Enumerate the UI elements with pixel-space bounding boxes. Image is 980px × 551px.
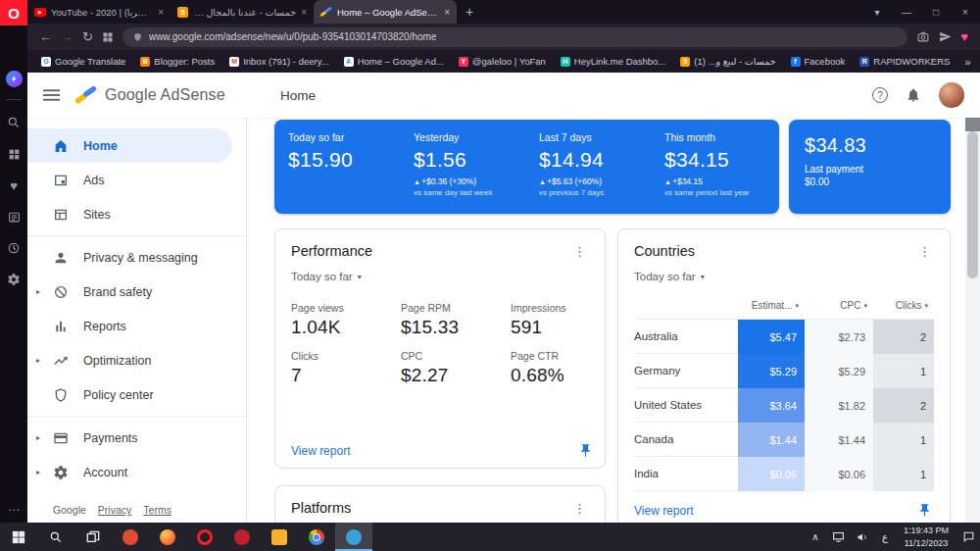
date-range-dropdown[interactable]: Today so far ▾ bbox=[291, 271, 362, 282]
sidebar-item-privacy-messaging[interactable]: Privacy & messaging bbox=[27, 240, 246, 275]
opera-icon[interactable] bbox=[186, 523, 223, 551]
app-icon[interactable] bbox=[223, 523, 261, 551]
browser-tab-adsense-active[interactable]: Home – Google AdSense × bbox=[314, 0, 457, 24]
close-window-button[interactable]: × bbox=[951, 0, 980, 24]
privacy-link[interactable]: Privacy bbox=[98, 504, 131, 516]
active-app-icon[interactable] bbox=[335, 523, 372, 551]
site-badge-icon[interactable] bbox=[132, 31, 143, 43]
taskbar-clock[interactable]: 1:19:43 PM 11/12/2023 bbox=[896, 523, 956, 551]
hamburger-menu-icon[interactable] bbox=[43, 89, 60, 101]
browser-tab-youtube[interactable]: ▶ YouTube - 2020 | (حصريا) ي × bbox=[27, 0, 171, 24]
bookmark-blogger[interactable]: BBlogger: Posts bbox=[140, 56, 215, 67]
sidebar-item-sites[interactable]: Sites bbox=[27, 197, 246, 231]
tab-menu-icon[interactable]: ▾ bbox=[862, 0, 892, 24]
personal-news-icon[interactable] bbox=[5, 208, 23, 225]
terms-link[interactable]: Terms bbox=[143, 504, 172, 516]
start-button[interactable] bbox=[0, 523, 37, 551]
pin-icon[interactable] bbox=[578, 443, 593, 458]
view-report-link[interactable]: View report bbox=[634, 504, 693, 518]
scroll-up-button[interactable] bbox=[965, 118, 980, 131]
card-title: Platforms bbox=[291, 500, 351, 516]
url-bar[interactable]: www.google.com/adsense/new/u/0/pub-93541… bbox=[122, 27, 907, 47]
kebab-menu-icon[interactable]: ⋮ bbox=[915, 244, 934, 259]
files-app-icon[interactable] bbox=[261, 523, 298, 551]
kebab-menu-icon[interactable]: ⋮ bbox=[570, 244, 589, 259]
sidebar-item-reports[interactable]: Reports bbox=[27, 309, 246, 343]
forward-icon[interactable]: → bbox=[61, 29, 74, 44]
maximize-button[interactable]: □ bbox=[921, 0, 951, 24]
stat-yesterday: Yesterday $1.56 ▲+$0.36 (+30%) vs same d… bbox=[400, 131, 525, 202]
action-center-icon[interactable] bbox=[956, 523, 980, 551]
help-icon[interactable]: ? bbox=[872, 87, 888, 103]
sidebar-item-policy-center[interactable]: Policy center bbox=[27, 377, 246, 412]
bookmark-rapidworkers[interactable]: RRAPIDWORKERS bbox=[859, 56, 950, 67]
speed-dial-icon[interactable] bbox=[5, 145, 23, 163]
sidebar-item-payments[interactable]: ▸ Payments bbox=[27, 421, 246, 455]
page-scrollbar[interactable] bbox=[965, 118, 980, 523]
sidebar-item-brand-safety[interactable]: ▸ Brand safety bbox=[27, 275, 246, 309]
column-estimated-earnings[interactable]: Estimat...▾ bbox=[738, 300, 805, 311]
stat-value: $34.15 bbox=[664, 148, 776, 172]
sidebar-divider bbox=[27, 235, 246, 236]
avatar[interactable] bbox=[939, 82, 964, 108]
close-tab-icon[interactable]: × bbox=[158, 7, 164, 18]
messenger-icon[interactable] bbox=[6, 71, 23, 87]
bookmarks-heart-icon[interactable]: ♥ bbox=[5, 176, 23, 194]
column-clicks[interactable]: Clicks▾ bbox=[873, 300, 934, 311]
opera-menu-button[interactable]: O bbox=[0, 0, 27, 25]
hidden-icons-chevron[interactable]: ∧ bbox=[804, 523, 827, 551]
bookmark-facebook[interactable]: fFacebook bbox=[791, 56, 846, 67]
taskbar-search-icon[interactable] bbox=[37, 523, 74, 551]
firefox-icon[interactable] bbox=[149, 523, 186, 551]
volume-icon[interactable] bbox=[851, 523, 874, 551]
browser-tab-khamsat[interactable]: 5 خمسات - عندنا بالمجال الزراعي × bbox=[171, 0, 314, 24]
sidebar-item-optimization[interactable]: ▸ Optimization bbox=[27, 343, 246, 377]
sidebar-item-home[interactable]: Home bbox=[27, 128, 232, 163]
sidebar-item-ads[interactable]: Ads bbox=[27, 163, 246, 197]
snapshot-camera-icon[interactable] bbox=[916, 30, 930, 43]
new-tab-button[interactable]: + bbox=[457, 0, 482, 24]
bookmark-khamsat[interactable]: 5خمسات - لبيع و... (1) bbox=[680, 56, 775, 67]
cpc-cell: $1.44 bbox=[805, 423, 873, 457]
close-tab-icon[interactable]: × bbox=[444, 7, 450, 18]
stat-label: Last 7 days bbox=[539, 131, 651, 143]
view-report-link[interactable]: View report bbox=[291, 444, 350, 458]
sidebar-item-account[interactable]: ▸ Account bbox=[27, 455, 246, 489]
countries-table-header: Estimat...▾ CPC▾ Clicks▾ bbox=[634, 300, 934, 311]
clock-time: 1:19:43 PM bbox=[904, 525, 949, 536]
bookmark-adsense-home[interactable]: AHome – Google Ad... bbox=[344, 56, 444, 67]
task-view-icon[interactable] bbox=[74, 523, 112, 551]
scrollbar-thumb[interactable] bbox=[967, 131, 978, 278]
reload-icon[interactable]: ↻ bbox=[82, 29, 93, 44]
history-icon[interactable] bbox=[5, 239, 23, 257]
language-indicator[interactable]: ع bbox=[874, 523, 896, 551]
sidebar-more-icon[interactable]: ⋯ bbox=[8, 503, 20, 517]
notifications-bell-icon[interactable] bbox=[906, 87, 921, 103]
cpc-cell: $0.06 bbox=[805, 457, 873, 491]
column-cpc[interactable]: CPC▾ bbox=[805, 300, 873, 311]
bookmark-favicon: 5 bbox=[680, 57, 690, 67]
close-tab-icon[interactable]: × bbox=[301, 7, 307, 18]
back-icon[interactable]: ← bbox=[39, 29, 52, 44]
bookmark-yofan[interactable]: Y@galeloo | YoFan bbox=[459, 56, 546, 67]
pin-icon[interactable] bbox=[917, 503, 932, 518]
up-arrow-icon: ▲ bbox=[414, 178, 420, 185]
speed-dial-home-icon[interactable] bbox=[102, 31, 114, 43]
network-icon[interactable] bbox=[827, 523, 851, 551]
date-range-dropdown[interactable]: Today so far ▾ bbox=[634, 271, 705, 282]
chrome-icon[interactable] bbox=[298, 523, 335, 551]
balance-value: $34.83 bbox=[805, 134, 935, 157]
page-title: Home bbox=[280, 88, 316, 103]
bookmark-google-translate[interactable]: GGoogle Translate bbox=[41, 56, 125, 67]
search-icon[interactable] bbox=[5, 114, 23, 131]
kebab-menu-icon[interactable]: ⋮ bbox=[570, 501, 589, 516]
bookmarks-overflow-icon[interactable]: » bbox=[964, 56, 970, 68]
sidebar-item-label: Home bbox=[83, 139, 118, 153]
settings-gear-icon[interactable] bbox=[5, 271, 23, 288]
mail-app-icon[interactable] bbox=[112, 523, 149, 551]
bookmark-heylink[interactable]: HHeyLink.me Dashbo... bbox=[561, 56, 665, 67]
bookmark-inbox[interactable]: MInbox (791) - deery... bbox=[229, 56, 328, 67]
send-to-flow-icon[interactable] bbox=[939, 30, 952, 43]
minimize-button[interactable]: — bbox=[892, 0, 921, 24]
favorite-heart-icon[interactable]: ♥ bbox=[960, 29, 968, 44]
